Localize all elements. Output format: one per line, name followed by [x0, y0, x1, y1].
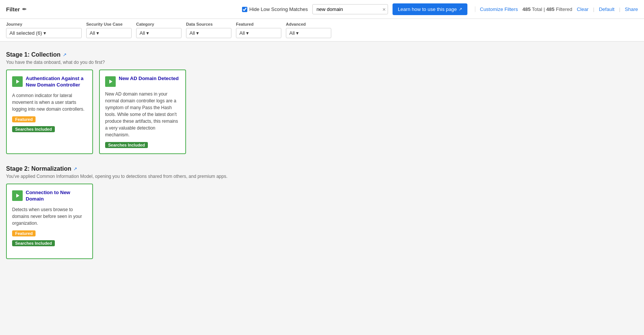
category-filter-group: Category All ▾ [136, 22, 182, 38]
svg-marker-1 [109, 80, 112, 84]
card3-tags: Featured Searches Included [12, 230, 87, 246]
security-use-case-label: Security Use Case [86, 22, 132, 26]
category-chevron-icon: ▾ [146, 30, 149, 36]
filter-label: Filter [6, 6, 20, 12]
category-filter-label: Category [136, 22, 182, 26]
data-sources-filter-group: Data Sources All ▾ [186, 22, 231, 38]
stage-1-title: Stage 1: Collection [6, 51, 61, 58]
stage-2-cards-row: Connection to New Domain Detects when us… [6, 184, 638, 259]
separator1: | [593, 6, 594, 12]
stage-1-ext-link-icon[interactable]: ↗ [63, 52, 67, 57]
journey-filter-group: Journey All selected (6) ▾ [6, 22, 82, 38]
search-box-wrap: × [312, 4, 388, 14]
card3-body: Detects when users browse to domains nev… [12, 206, 87, 227]
advanced-filter-group: Advanced All ▾ [286, 22, 331, 38]
stage-2-section: Stage 2: Normalization ↗ You've applied … [6, 162, 638, 259]
hide-low-scoring-checkbox[interactable] [242, 7, 247, 12]
card1-searches-tag: Searches Included [12, 126, 55, 132]
stage-1-cards-row: Authentication Against a New Domain Cont… [6, 69, 638, 154]
category-filter-select[interactable]: All ▾ [136, 28, 182, 38]
security-use-case-chevron: ▾ [96, 30, 99, 36]
hide-low-scoring-group: Hide Low Scoring Matches [242, 6, 308, 12]
card-new-ad-domain-detected[interactable]: New AD Domain Detected New AD domain nam… [99, 69, 186, 154]
filter-bar: Filter ✏ Hide Low Scoring Matches × Lear… [0, 0, 644, 19]
card3-play-icon [12, 190, 23, 201]
filter-row: Journey All selected (6) ▾ Security Use … [0, 19, 644, 42]
featured-filter-value: All [239, 30, 245, 36]
data-sources-chevron: ▾ [196, 30, 199, 36]
card2-header: New AD Domain Detected [105, 76, 180, 87]
card-connection-to-new-domain[interactable]: Connection to New Domain Detects when us… [6, 184, 93, 259]
advanced-filter-label: Advanced [286, 22, 331, 26]
card1-play-icon [12, 76, 23, 87]
journey-filter-label: Journey [6, 22, 82, 26]
learn-how-button[interactable]: Learn how to use this page ↗ [393, 3, 467, 15]
card1-header: Authentication Against a New Domain Cont… [12, 76, 87, 88]
card3-title: Connection to New Domain [26, 190, 87, 202]
journey-filter-value: All selected (6) [9, 30, 42, 36]
stage-2-description: You've applied Common Information Model,… [6, 174, 638, 179]
featured-filter-select[interactable]: All ▾ [236, 28, 281, 38]
card2-play-icon [105, 76, 116, 87]
search-clear-button[interactable]: × [382, 6, 386, 12]
separator2: | [619, 6, 620, 12]
clear-button[interactable]: Clear [577, 6, 588, 12]
card1-tags: Featured Searches Included [12, 116, 87, 132]
data-sources-label: Data Sources [186, 22, 231, 26]
journey-filter-select[interactable]: All selected (6) ▾ [6, 28, 82, 38]
advanced-chevron-icon: ▾ [296, 30, 299, 36]
card1-featured-tag: Featured [12, 116, 36, 122]
total-count: 485 Total | 485 Filtered [522, 6, 572, 12]
svg-marker-2 [16, 194, 19, 198]
card1-title: Authentication Against a New Domain Cont… [26, 76, 87, 88]
stage-2-title: Stage 2: Normalization [6, 165, 71, 172]
data-sources-value: All [189, 30, 195, 36]
card2-body: New AD domain names in your normal domai… [105, 91, 180, 138]
search-input[interactable] [312, 4, 388, 14]
hide-low-scoring-label: Hide Low Scoring Matches [249, 6, 308, 12]
learn-btn-label: Learn how to use this page [398, 6, 457, 12]
svg-marker-0 [16, 80, 19, 84]
card3-featured-tag: Featured [12, 230, 36, 236]
header-right: Customize Filters 485 Total | 485 Filter… [475, 6, 638, 12]
security-use-case-value: All [90, 30, 95, 36]
stage-2-header: Stage 2: Normalization ↗ [6, 162, 638, 174]
share-button[interactable]: Share [625, 6, 638, 12]
data-sources-select[interactable]: All ▾ [186, 28, 231, 38]
card2-title: New AD Domain Detected [119, 76, 178, 82]
stage-1-section: Stage 1: Collection ↗ You have the data … [6, 48, 638, 154]
card-authentication-new-domain-controller[interactable]: Authentication Against a New Domain Cont… [6, 69, 93, 154]
card3-searches-tag: Searches Included [12, 240, 55, 246]
featured-chevron-icon: ▾ [246, 30, 249, 36]
stage-1-description: You have the data onboard, what do you d… [6, 60, 638, 65]
card2-searches-tag: Searches Included [105, 142, 148, 148]
external-link-icon: ↗ [459, 7, 462, 12]
security-use-case-filter-group: Security Use Case All ▾ [86, 22, 132, 38]
main-content: Stage 1: Collection ↗ You have the data … [0, 42, 644, 273]
category-filter-value: All [140, 30, 145, 36]
filter-title: Filter ✏ [6, 6, 26, 12]
customize-filters-button[interactable]: Customize Filters [480, 6, 518, 12]
featured-filter-group: Featured All ▾ [236, 22, 281, 38]
edit-icon[interactable]: ✏ [22, 6, 26, 12]
advanced-filter-value: All [289, 30, 295, 36]
card3-header: Connection to New Domain [12, 190, 87, 202]
journey-chevron-icon: ▾ [43, 30, 46, 36]
security-use-case-select[interactable]: All ▾ [86, 28, 132, 38]
card2-tags: Searches Included [105, 142, 180, 148]
featured-filter-label: Featured [236, 22, 281, 26]
stage-2-ext-link-icon[interactable]: ↗ [73, 166, 77, 171]
card1-body: A common indicator for lateral movement … [12, 92, 87, 113]
stage-1-header: Stage 1: Collection ↗ [6, 48, 638, 60]
default-button[interactable]: Default [599, 6, 615, 12]
advanced-filter-select[interactable]: All ▾ [286, 28, 331, 38]
